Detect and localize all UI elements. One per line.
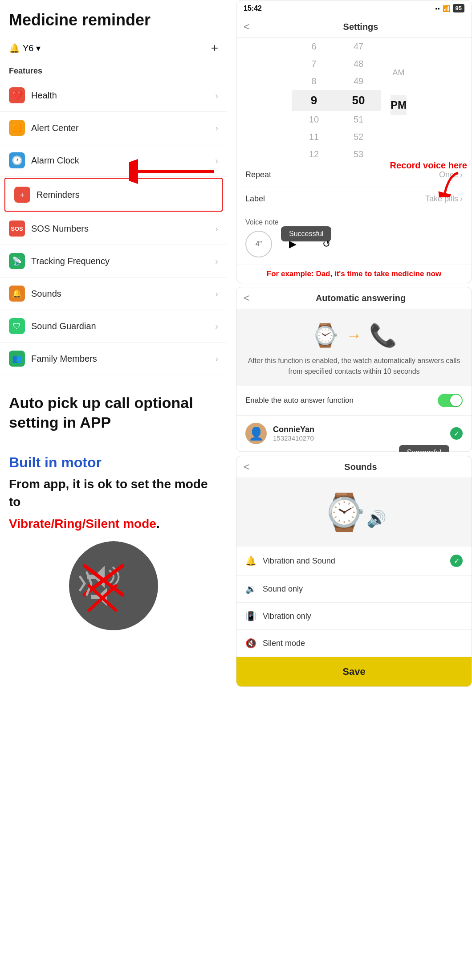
repeat-label: Repeat: [245, 170, 271, 180]
auto-answer-nav-bar: < Automatic answering: [236, 287, 472, 309]
reminders-arrow: [129, 158, 218, 185]
chevron-right-icon: ›: [215, 354, 218, 364]
min-52: 52: [336, 128, 381, 146]
sound-only-option[interactable]: 🔉 Sound only: [236, 576, 472, 603]
sound-only-label: Sound only: [263, 584, 303, 594]
save-button[interactable]: Save: [236, 657, 472, 686]
motor-title: Built in motor: [9, 454, 218, 471]
label-field-label: Label: [245, 194, 265, 204]
sidebar-item-family-members[interactable]: 👥 Family Members ›: [0, 343, 227, 375]
contact-info: ConnieYan 15323410270: [273, 425, 450, 442]
success-tooltip: Successful: [281, 226, 331, 241]
example-annotation: For example: Dad, it's time to take medi…: [236, 265, 472, 283]
chevron-right-icon: ›: [215, 224, 218, 234]
sidebar-item-alert-center[interactable]: 🟧 Alert Center ›: [0, 112, 227, 144]
status-icons: ▪▪ 📶 95: [435, 4, 464, 12]
auto-answer-title: Automatic answering: [257, 293, 464, 303]
hour-12: 12: [292, 146, 336, 163]
sos-icon: SOS: [9, 220, 25, 237]
device-label[interactable]: 🔔 Y6 ▾: [9, 43, 41, 53]
chevron-right-icon: ›: [215, 123, 218, 133]
smartwatch-icon: ⌚: [311, 323, 339, 348]
motor-highlight: Vibrate/Ring/Silent mode.: [9, 515, 218, 532]
settings-title: Settings: [257, 22, 464, 32]
contact-phone: 15323410270: [273, 434, 450, 442]
sidebar-item-tracking-frequency[interactable]: 📡 Tracking Frequency ›: [0, 245, 227, 278]
sidebar-item-sos-label: SOS Numbers: [31, 224, 89, 234]
hour-6: 6: [292, 38, 336, 55]
sidebar-item-sound-guardian-label: Sound Guardian: [31, 321, 96, 331]
auto-answer-toggle-label: Enable the auto answer function: [245, 396, 354, 405]
hour-11: 11: [292, 128, 336, 146]
wifi-icon: 📶: [443, 5, 450, 12]
add-device-button[interactable]: +: [211, 41, 218, 55]
vibration-only-option[interactable]: 📳 Vibration only: [236, 603, 472, 630]
chevron-right-icon: ›: [215, 90, 218, 101]
watch-sound-icon: ⌚🔊: [322, 491, 387, 533]
silent-mode-svg: [78, 559, 149, 612]
hour-8: 8: [292, 73, 336, 90]
sound-guardian-icon: 🛡: [9, 318, 25, 334]
right-panel: 15:42 ▪▪ 📶 95 < Settings 6 7 8 9 10 11: [236, 0, 472, 980]
alert-center-icon: 🟧: [9, 120, 25, 136]
hours-column[interactable]: 6 7 8 9 10 11 12: [292, 38, 336, 163]
chevron-down-icon: ▾: [36, 43, 41, 53]
sidebar-item-family-members-label: Family Members: [31, 354, 97, 364]
family-members-icon: 👥: [9, 351, 25, 367]
sidebar-item-alert-center-label: Alert Center: [31, 123, 79, 133]
record-voice-text: Record voice here: [390, 160, 467, 171]
label-row-container: Label Take pills › Record voice here: [236, 187, 472, 211]
sidebar-item-sounds[interactable]: 🔔 Sounds ›: [0, 278, 227, 310]
time-picker-row: 6 7 8 9 10 11 12 47 48 49 50 51 52 53: [236, 38, 472, 163]
sidebar-item-tracking-label: Tracking Frequency: [31, 256, 110, 266]
min-51: 51: [336, 111, 381, 128]
minutes-column[interactable]: 47 48 49 50 51 52 53: [336, 38, 381, 163]
voice-note-label: Voice note: [245, 218, 463, 226]
sidebar-item-sound-guardian[interactable]: 🛡 Sound Guardian ›: [0, 310, 227, 343]
contact-row: 👤 ConnieYan 15323410270 ✓ Successful: [236, 416, 472, 452]
ampm-am[interactable]: AM: [393, 65, 405, 81]
back-button[interactable]: <: [244, 292, 250, 304]
ampm-pm-selected[interactable]: PM: [391, 95, 407, 115]
sidebar-item-reminders-label: Reminders: [37, 190, 80, 200]
auto-answer-desc: After this function is enabled, the watc…: [245, 355, 463, 377]
auto-answer-illustration: ⌚ → 📞 After this function is enabled, th…: [236, 309, 472, 386]
sidebar-item-health[interactable]: ❤️ Health ›: [0, 79, 227, 112]
record-voice-annotation: Record voice here: [390, 160, 467, 199]
motor-section: Built in motor From app, it is ok to set…: [0, 441, 227, 648]
hour-9-selected[interactable]: 9: [292, 90, 336, 111]
min-50-selected[interactable]: 50: [336, 90, 381, 111]
contact-check-icon: ✓: [450, 427, 463, 440]
ampm-column[interactable]: AM PM: [381, 65, 416, 136]
sounds-illustration: ⌚🔊: [236, 478, 472, 547]
page-title: Medicine reminder: [0, 0, 227, 37]
vibration-sound-check: ✓: [450, 555, 463, 567]
device-header: 🔔 Y6 ▾ +: [0, 37, 227, 60]
sounds-screen: < Sounds ⌚🔊 🔔 Vibration and Sound ✓ 🔉 So…: [236, 456, 472, 687]
time-picker[interactable]: 6 7 8 9 10 11 12 47 48 49 50 51 52 53: [236, 38, 472, 163]
sound-only-icon: 🔉: [245, 584, 256, 594]
sounds-icon: 🔔: [9, 286, 25, 302]
back-button[interactable]: <: [244, 20, 250, 33]
silent-mode-circle: [69, 541, 158, 630]
sound-waves-icon: 🔊: [366, 510, 387, 528]
device-icon: 🔔: [9, 43, 20, 53]
sidebar-item-sos-numbers[interactable]: SOS SOS Numbers ›: [0, 212, 227, 245]
min-49: 49: [336, 73, 381, 90]
silent-mode-icon: 🔇: [245, 638, 256, 649]
health-icon: ❤️: [9, 87, 25, 103]
chevron-right-icon: ›: [215, 256, 218, 266]
contact-success-tooltip: Successful: [399, 445, 449, 452]
signal-icon: ▪▪: [435, 5, 440, 12]
back-button[interactable]: <: [244, 461, 250, 473]
min-53: 53: [336, 146, 381, 163]
min-47: 47: [336, 38, 381, 55]
silent-mode-option[interactable]: 🔇 Silent mode: [236, 630, 472, 657]
auto-answer-toggle[interactable]: [438, 394, 463, 407]
auto-pickup-section: Auto pick up call optional setting in AP…: [0, 375, 227, 441]
contact-avatar: 👤: [245, 423, 267, 444]
voice-duration-indicator: 4": [245, 231, 272, 257]
contact-name: ConnieYan: [273, 425, 450, 434]
vibration-sound-label: Vibration and Sound: [263, 556, 335, 566]
vibration-sound-option[interactable]: 🔔 Vibration and Sound ✓: [236, 547, 472, 576]
